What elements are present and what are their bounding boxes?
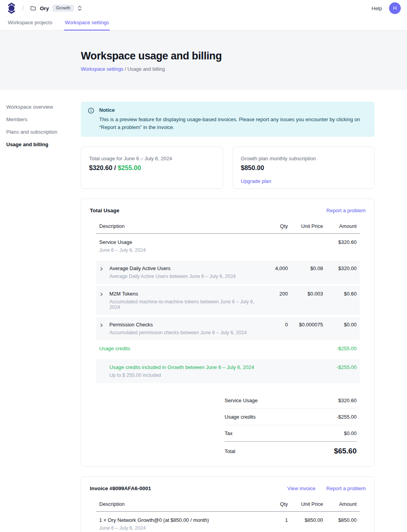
table-row-m2m-tokens[interactable]: M2M Tokens Accumulated machine-to-machin… (96, 286, 360, 315)
row-qty: 200 (260, 291, 288, 297)
table-row-service-usage: Service Usage June 6 – July 6, 2024 $320… (96, 234, 360, 258)
table-row-invoice-line-item: 1 × Ory Network Growth@0 (at $850.00 / m… (96, 512, 360, 532)
sidebar-item-members[interactable]: Members (6, 114, 81, 125)
row-title: Usage credits (99, 346, 260, 351)
chevron-right-icon[interactable] (99, 265, 109, 272)
row-subtitle: June 6 – July 6, 2024 (99, 247, 260, 253)
summary-row-service-usage: Service Usage $320.60 (225, 392, 357, 409)
usage-table-header: Description Qty Unit Price Amount (96, 220, 360, 234)
ory-logo[interactable] (6, 2, 17, 14)
row-amount: $0.00 (323, 322, 357, 328)
total-usage-card: Total usage for June 6 – July 6, 2024 $3… (81, 147, 223, 189)
workspace-switcher[interactable]: Ory Growth (30, 5, 82, 12)
amount-separator: / (112, 164, 118, 171)
credit-amount: $255.00 (118, 164, 141, 171)
total-usage-value: $320.60 / $255.00 (89, 164, 215, 172)
row-amount: -$255.00 (323, 364, 357, 370)
row-subtitle: Average Daily Active Users between June … (109, 274, 260, 279)
main-column: Notice This is a preview feature for dis… (81, 90, 375, 532)
row-unit-price: $0.08 (288, 265, 323, 271)
column-amount: Amount (323, 501, 357, 507)
row-unit-price: $0.003 (288, 291, 323, 297)
column-qty: Qty (260, 501, 288, 507)
invoice-table: Description Qty Unit Price Amount 1 × Or… (96, 498, 360, 532)
row-unit-price: $0.000075 (288, 322, 323, 328)
column-description: Description (99, 501, 260, 507)
summary-label: Usage credits (225, 414, 255, 420)
row-title: Average Daily Active Users (109, 265, 260, 271)
subscription-label: Growth plan monthly subscription (241, 156, 367, 161)
row-title: Service Usage (99, 239, 260, 245)
sidebar-item-usage-and-billing[interactable]: Usage and billing (6, 139, 81, 150)
invoice-panel: Invoice #8099AFA6-0001 View invoice Repo… (81, 476, 375, 532)
subscription-card: Growth plan monthly subscription $850.00… (233, 147, 375, 189)
row-qty: 1 (260, 517, 288, 523)
invoice-panel-title: Invoice #8099AFA6-0001 (90, 485, 151, 491)
total-usage-panel: Total Usage Report a problem Description… (81, 199, 375, 467)
subscription-amount: $850.00 (241, 164, 367, 172)
ory-logo-icon (6, 2, 17, 14)
settings-sidebar: Workspace overview Members Plans and sub… (6, 90, 81, 532)
preview-notice: Notice This is a preview feature for dis… (81, 102, 375, 137)
upgrade-plan-link[interactable]: Upgrade plan (241, 178, 271, 184)
breadcrumb-current: Usage and billing (127, 66, 165, 72)
row-subtitle: Accumulated machine-to-machine tokens be… (109, 299, 260, 310)
total-usage-label: Total usage for June 6 – July 6, 2024 (89, 156, 215, 161)
column-amount: Amount (323, 223, 357, 229)
notice-body: This is a preview feature for displaying… (99, 116, 365, 131)
row-title: 1 × Ory Network Growth@0 (at $850.00 / m… (99, 517, 260, 523)
tab-workspace-settings[interactable]: Workspace settings (64, 16, 110, 30)
plan-badge: Growth (52, 5, 74, 12)
table-row-permission-checks[interactable]: Permission Checks Accumulated permission… (96, 317, 360, 340)
row-amount: -$255.00 (323, 346, 357, 351)
row-subtitle: June 6 – July 6, 2024 (99, 525, 260, 531)
folder-icon (30, 5, 36, 11)
row-subtitle: Accumulated permission checks between Ju… (109, 330, 260, 335)
used-amount: $320.60 (89, 164, 112, 171)
table-row-usage-credits: Usage credits -$255.00 (96, 340, 360, 357)
user-avatar[interactable]: H (389, 2, 401, 14)
summary-value: $0.00 (344, 430, 357, 436)
row-subtitle: Up to $ 255.00 included (109, 373, 260, 378)
usage-panel-title: Total Usage (90, 208, 120, 213)
page-title: Workspace usage and billing (81, 50, 407, 62)
tab-workspace-projects[interactable]: Workspace projects (7, 16, 53, 30)
row-amount: $850.00 (323, 517, 357, 523)
notice-title: Notice (99, 107, 365, 113)
summary-label: Service Usage (225, 398, 258, 403)
chevron-right-icon[interactable] (99, 322, 109, 329)
summary-value: $320.60 (338, 398, 357, 403)
row-unit-price: $850.00 (288, 517, 323, 523)
sidebar-item-plans-and-subscription[interactable]: Plans and subscription (6, 127, 81, 137)
column-description: Description (99, 223, 260, 229)
report-a-problem-link[interactable]: Report a problem (327, 208, 366, 213)
workspace-name: Ory (40, 5, 49, 11)
breadcrumb: Workspace settings / Usage and billing (81, 66, 407, 72)
usage-table: Description Qty Unit Price Amount Servic… (96, 220, 360, 383)
row-title: Permission Checks (109, 322, 260, 328)
summary-value: -$255.00 (337, 414, 357, 420)
column-qty: Qty (260, 223, 288, 229)
row-qty: 0 (260, 322, 288, 328)
total-value: $65.60 (334, 447, 357, 455)
summary-row-total: Total $65.60 (225, 442, 357, 456)
row-amount: $0.60 (323, 291, 357, 297)
row-amount: $320.60 (323, 239, 357, 245)
chevron-right-icon[interactable] (99, 291, 109, 298)
table-row-average-daily-active-users[interactable]: Average Daily Active Users Average Daily… (96, 261, 360, 284)
breadcrumb-parent-link[interactable]: Workspace settings (81, 66, 123, 72)
column-unit-price: Unit Price (288, 501, 323, 507)
summary-label: Tax (225, 430, 232, 436)
top-navbar: / Ory Growth Help H (0, 0, 407, 16)
summary-row-usage-credits: Usage credits -$255.00 (225, 409, 357, 425)
total-label: Total (225, 448, 235, 454)
row-amount: $320.00 (323, 265, 357, 271)
report-a-problem-link[interactable]: Report a problem (327, 485, 366, 491)
table-row-usage-credits-detail: Usage credits included in Growth between… (96, 359, 360, 383)
usage-summary: Service Usage $320.60 Usage credits -$25… (225, 392, 357, 456)
page-header: Workspace usage and billing Workspace se… (0, 30, 407, 90)
view-invoice-link[interactable]: View invoice (287, 485, 316, 491)
breadcrumb-separator: / (22, 5, 24, 11)
sidebar-item-workspace-overview[interactable]: Workspace overview (6, 102, 81, 112)
help-link[interactable]: Help (371, 5, 382, 11)
